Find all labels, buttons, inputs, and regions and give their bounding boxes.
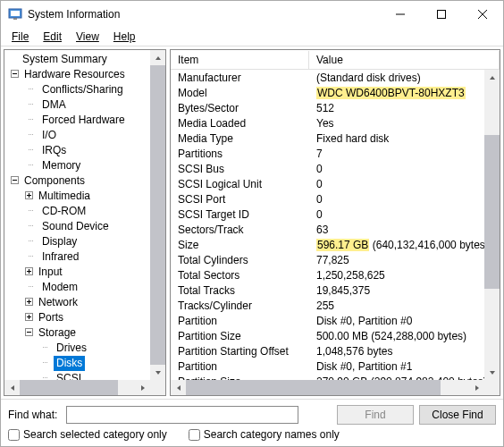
list-row[interactable]: SCSI Port0 [171,191,484,207]
tree-item-label: Memory [39,158,83,173]
tree-disks[interactable]: Disks [6,356,165,371]
find-label: Find what: [8,409,57,421]
svg-rect-1 [11,11,20,16]
tree-leaf-icon [26,249,39,265]
tree-storage[interactable]: Storage [6,325,165,341]
find-bar: Find what: Find Close Find [1,400,503,426]
list-row[interactable]: Size596.17 GB (640,132,416,000 bytes) [171,237,484,252]
find-input[interactable] [66,406,298,424]
cell-item: Media Type [171,132,309,145]
list-rows[interactable]: Manufacturer(Standard disk drives)ModelW… [171,70,484,380]
tree-item[interactable]: Forced Hardware [6,113,165,128]
cell-item: Manufacturer [171,72,309,84]
menu-edit[interactable]: Edit [36,29,69,45]
list-row[interactable]: Total Tracks19,845,375 [171,283,484,298]
tree-item[interactable]: Modem [6,280,165,295]
expand-icon[interactable] [22,189,36,204]
check-selected-category[interactable]: Search selected category only [8,428,167,441]
cell-value: 512 [309,102,484,114]
column-header-value[interactable]: Value [309,51,500,69]
tree-item-label: Components [21,173,88,189]
find-button[interactable]: Find [337,405,414,425]
cell-value: Disk #0, Partition #0 [309,315,484,327]
tree-components[interactable]: Components [6,173,165,189]
list-row[interactable]: Total Sectors1,250,258,625 [171,267,484,283]
tree-item[interactable]: DMA [6,97,165,113]
tree-item-label: Conflicts/Sharing [39,82,126,97]
cell-value: (Standard disk drives) [309,72,484,84]
list-row[interactable]: Media TypeFixed hard disk [171,131,484,146]
cell-item: Model [171,87,309,99]
close-button[interactable] [462,1,503,28]
check-selected-category-box[interactable] [8,429,20,441]
list-row[interactable]: Total Cylinders77,825 [171,252,484,267]
list-row[interactable]: ModelWDC WD6400BPVT-80HXZT3 [171,85,484,100]
tree-vertical-scrollbar[interactable] [150,50,165,380]
collapse-icon[interactable] [22,325,36,341]
tree-item-label: Multimedia [36,189,93,204]
tree-leaf-icon [26,97,39,113]
cell-item: Total Tracks [171,284,309,297]
list-row[interactable]: Tracks/Cylinder255 [171,298,484,313]
tree-leaf-icon [26,280,39,295]
expand-icon[interactable] [22,310,36,325]
tree-item[interactable]: Drives [6,341,165,356]
tree-item[interactable]: CD-ROM [6,204,165,219]
list-row[interactable]: Sectors/Track63 [171,222,484,237]
tree-item[interactable]: Display [6,234,165,249]
expand-icon[interactable] [22,265,36,280]
check-category-names[interactable]: Search category names only [189,428,340,441]
list-row[interactable]: SCSI Bus0 [171,161,484,176]
list-row[interactable]: SCSI Logical Unit0 [171,176,484,191]
check-category-names-box[interactable] [189,429,200,441]
maximize-button[interactable] [421,1,462,28]
tree-hardware-resources[interactable]: Hardware Resources [6,67,165,82]
tree-system-summary[interactable]: System Summary [6,52,165,67]
tree-network[interactable]: Network [6,295,165,310]
tree-item[interactable]: Conflicts/Sharing [6,82,165,97]
tree-ports[interactable]: Ports [6,310,165,325]
list-row[interactable]: Bytes/Sector512 [171,100,484,115]
menu-view[interactable]: View [69,29,106,45]
tree-item-label: Network [36,295,80,310]
column-header-item[interactable]: Item [171,51,309,69]
tree-input[interactable]: Input [6,265,165,280]
svg-rect-2 [13,18,17,20]
list-row[interactable]: Partition Size270.90 GB (290,874,982,400… [171,374,484,380]
tree[interactable]: System SummaryHardware ResourcesConflict… [4,50,165,395]
tree-item[interactable]: I/O [6,128,165,143]
list-row[interactable]: PartitionDisk #0, Partition #0 [171,313,484,328]
list-horizontal-scrollbar[interactable] [171,380,484,395]
collapse-icon[interactable] [8,173,21,189]
list-vertical-scrollbar[interactable] [484,70,500,380]
titlebar: System Information [1,1,503,28]
minimize-button[interactable] [380,1,421,28]
list-row[interactable]: Partitions7 [171,146,484,161]
tree-leaf-icon [26,158,39,173]
tree-leaf-icon [40,356,54,371]
close-find-button[interactable]: Close Find [419,405,496,425]
list-row[interactable]: Partition Starting Offset1,048,576 bytes [171,343,484,358]
menu-help[interactable]: Help [106,29,143,45]
expand-icon[interactable] [22,295,36,310]
list-pane: Item Value Manufacturer(Standard disk dr… [170,49,500,396]
list-row[interactable]: PartitionDisk #0, Partition #1 [171,358,484,374]
svg-rect-4 [438,11,446,19]
tree-item[interactable]: Infrared [6,249,165,265]
tree-item[interactable]: Sound Device [6,219,165,234]
cell-item: SCSI Logical Unit [171,178,309,190]
tree-item-label: Drives [54,341,89,356]
tree-leaf-icon [26,143,39,158]
list-row[interactable]: Manufacturer(Standard disk drives) [171,70,484,85]
tree-multimedia[interactable]: Multimedia [6,189,165,204]
list-row[interactable]: Media LoadedYes [171,115,484,131]
tree-leaf-icon [26,128,39,143]
collapse-icon[interactable] [8,67,21,82]
tree-item[interactable]: Memory [6,158,165,173]
list-row[interactable]: Partition Size500.00 MB (524,288,000 byt… [171,328,484,343]
menu-file[interactable]: File [4,29,36,45]
list-row[interactable]: SCSI Target ID0 [171,207,484,222]
tree-item[interactable]: IRQs [6,143,165,158]
tree-horizontal-scrollbar[interactable] [4,380,150,395]
cell-value: 0 [309,163,484,175]
